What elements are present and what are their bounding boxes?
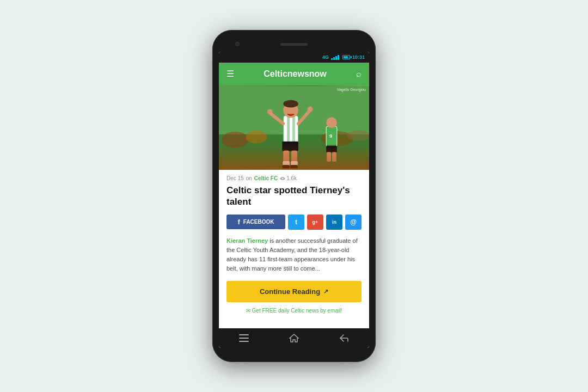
article-title: Celtic star spotted Tierney's talent bbox=[226, 185, 362, 208]
svg-point-23 bbox=[326, 117, 337, 128]
phone-device: 4G 10:31 ☰ Celticnewsnow ⌕ bbox=[212, 30, 376, 362]
signal-bar-3 bbox=[335, 56, 337, 60]
svg-point-28 bbox=[282, 177, 284, 179]
search-icon[interactable]: ⌕ bbox=[356, 69, 362, 79]
phone-screen: 4G 10:31 ☰ Celticnewsnow ⌕ bbox=[219, 52, 369, 348]
continue-reading-label: Continue Reading bbox=[260, 287, 320, 296]
linkedin-share-button[interactable]: in bbox=[326, 215, 342, 230]
gplus-share-button[interactable]: g+ bbox=[307, 215, 323, 230]
article-content: Dec 15 on Celtic FC 1.6k Celtic star spo… bbox=[219, 170, 369, 328]
article-meta-on: on bbox=[246, 175, 252, 181]
views-count: 1.6k bbox=[286, 175, 297, 181]
battery-indicator bbox=[342, 55, 350, 59]
article-date: Dec 15 bbox=[226, 175, 244, 181]
app-title: Celticnewsnow bbox=[264, 69, 327, 79]
linkedin-icon: in bbox=[332, 219, 336, 225]
views-icon bbox=[280, 176, 285, 181]
svg-rect-7 bbox=[287, 115, 290, 142]
email-subscription-text: ✉ Get FREE daily Celtic news by email! bbox=[246, 308, 342, 314]
highlighted-player-name[interactable]: Kieran Tierney bbox=[226, 237, 268, 244]
svg-point-5 bbox=[347, 130, 369, 141]
article-body: Kieran Tierney is another successful gra… bbox=[226, 236, 362, 273]
nav-home-button[interactable] bbox=[289, 333, 299, 343]
battery-fill bbox=[344, 56, 348, 58]
status-bar: 4G 10:31 bbox=[219, 52, 369, 63]
svg-rect-29 bbox=[239, 334, 249, 335]
article-image: 9 Vagelis Georgiou bbox=[219, 85, 369, 170]
app-header: ☰ Celticnewsnow ⌕ bbox=[219, 63, 369, 85]
email-subscription-link[interactable]: ✉ Get FREE daily Celtic news by email! bbox=[226, 308, 362, 314]
article-views: 1.6k bbox=[280, 175, 297, 181]
external-link-icon: ↗ bbox=[323, 288, 328, 295]
nav-menu-button[interactable] bbox=[239, 334, 249, 342]
network-indicator: 4G bbox=[322, 54, 329, 60]
facebook-share-button[interactable]: f FACEBOOK bbox=[226, 215, 285, 229]
svg-text:9: 9 bbox=[329, 133, 333, 139]
nav-back-button[interactable] bbox=[339, 334, 349, 342]
signal-bar-2 bbox=[333, 57, 335, 60]
facebook-icon: f bbox=[237, 218, 240, 226]
phone-speaker bbox=[280, 43, 308, 46]
svg-rect-31 bbox=[239, 341, 249, 342]
email-icon: @ bbox=[350, 218, 357, 226]
article-image-bg: 9 Vagelis Georgiou bbox=[219, 85, 369, 170]
gplus-icon: g+ bbox=[313, 219, 318, 225]
signal-bars bbox=[331, 55, 339, 60]
crowd-bg bbox=[219, 143, 369, 170]
phone-top-bar bbox=[219, 36, 369, 52]
svg-rect-30 bbox=[239, 338, 249, 339]
twitter-icon: t bbox=[295, 218, 297, 226]
svg-point-14 bbox=[308, 107, 313, 112]
continue-reading-button[interactable]: Continue Reading ↗ bbox=[226, 281, 362, 302]
phone-camera bbox=[235, 42, 240, 46]
photo-credit: Vagelis Georgiou bbox=[337, 88, 366, 91]
email-share-button[interactable]: @ bbox=[345, 215, 362, 230]
article-category[interactable]: Celtic FC bbox=[254, 175, 278, 181]
social-share-buttons: f FACEBOOK t g+ in @ bbox=[226, 215, 362, 230]
svg-rect-6 bbox=[283, 115, 298, 142]
svg-point-13 bbox=[267, 109, 273, 114]
phone-bottom-bar bbox=[219, 348, 369, 356]
facebook-label: FACEBOOK bbox=[243, 219, 274, 225]
twitter-share-button[interactable]: t bbox=[288, 215, 304, 230]
article-meta: Dec 15 on Celtic FC 1.6k bbox=[226, 175, 362, 181]
phone-bottom-nav bbox=[219, 328, 369, 348]
signal-bar-1 bbox=[331, 58, 333, 60]
clock: 10:31 bbox=[352, 54, 365, 60]
menu-icon[interactable]: ☰ bbox=[226, 70, 234, 78]
svg-point-10 bbox=[283, 100, 298, 108]
signal-bar-4 bbox=[338, 55, 339, 60]
svg-point-3 bbox=[246, 131, 267, 144]
svg-rect-8 bbox=[292, 115, 295, 142]
